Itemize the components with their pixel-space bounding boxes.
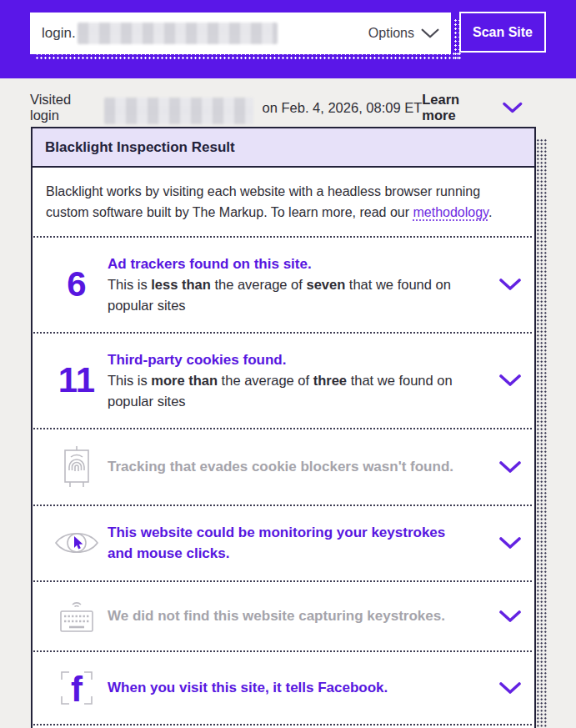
result-row-facebook[interactable]: f When you visit this site, it tells Fac… [33, 652, 534, 724]
input-dotted-shadow [35, 52, 460, 61]
panel-title: Blacklight Inspection Result [33, 128, 534, 168]
chevron-down-icon[interactable] [499, 537, 521, 549]
fingerprint-icon [59, 445, 94, 489]
row-body: This is more than the average of three t… [108, 370, 474, 412]
chevron-down-icon [503, 102, 523, 113]
top-search-bar: login. Options Scan Site [0, 0, 576, 78]
result-row-ad-trackers[interactable]: 6 Ad trackers found on this site. This i… [33, 238, 534, 332]
options-dropdown[interactable]: Options [368, 26, 439, 41]
methodology-link[interactable]: methodology [413, 205, 488, 219]
inspection-result-panel: Blacklight Inspection Result Blacklight … [31, 127, 536, 728]
chevron-down-icon[interactable] [499, 279, 521, 290]
visited-prefix: Visited login [30, 92, 103, 123]
redacted-url [78, 23, 278, 44]
row-heading: This website could be monitoring your ke… [108, 522, 474, 565]
learn-more-toggle[interactable]: Learn more [422, 92, 544, 123]
scan-site-label: Scan Site [473, 25, 533, 40]
result-row-session-recording[interactable]: This website could be monitoring your ke… [33, 506, 534, 580]
row-heading: When you visit this site, it tells Faceb… [108, 677, 474, 699]
row-heading: Third-party cookies found. [108, 349, 474, 371]
url-input-value: login. [42, 25, 76, 42]
intro-text-end: . [488, 205, 492, 219]
result-row-fingerprinting[interactable]: Tracking that evades cookie blockers was… [33, 429, 534, 505]
panel-intro: Blacklight works by visiting each websit… [33, 168, 512, 236]
row-body: This is less than the average of seven t… [108, 274, 474, 316]
options-label: Options [368, 26, 414, 41]
result-row-google-analytics[interactable]: G This site allows Google Analytics to f… [33, 725, 534, 728]
chevron-down-icon[interactable] [499, 374, 521, 386]
chevron-down-icon[interactable] [499, 461, 521, 473]
chevron-down-icon [421, 28, 439, 39]
cookies-count: 11 [58, 363, 95, 398]
url-input[interactable]: login. Options [30, 13, 451, 54]
result-row-key-logging[interactable]: We did not find this website capturing k… [33, 582, 534, 650]
chevron-down-icon[interactable] [499, 682, 521, 694]
result-row-cookies[interactable]: 11 Third-party cookies found. This is mo… [33, 334, 534, 428]
ad-trackers-count: 6 [67, 267, 86, 302]
learn-more-label: Learn more [422, 92, 495, 123]
chevron-down-icon[interactable] [499, 610, 521, 622]
visited-timestamp: on Feb. 4, 2026, 08:09 ET [258, 100, 422, 116]
scan-site-button[interactable]: Scan Site [459, 12, 546, 53]
facebook-icon: f [57, 668, 97, 708]
row-heading: Ad trackers found on this site. [108, 254, 474, 275]
keyboard-icon [56, 598, 98, 635]
row-heading: We did not find this website capturing k… [108, 605, 474, 627]
visited-status-line: Visited login on Feb. 4, 2026, 08:09 ET … [0, 93, 576, 123]
panel-dotted-shadow [536, 138, 547, 728]
redacted-hostname [104, 98, 253, 124]
eye-cursor-icon [53, 527, 100, 559]
row-heading: Tracking that evades cookie blockers was… [108, 456, 474, 478]
svg-text:f: f [71, 670, 83, 708]
